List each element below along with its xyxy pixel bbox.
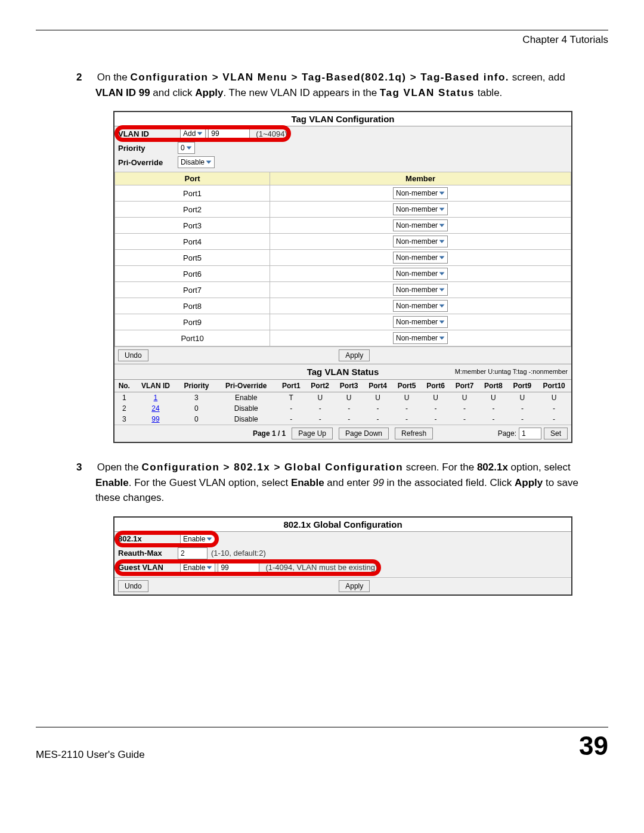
reauth-hint: (1-10, default:2): [211, 549, 266, 558]
undo-button[interactable]: Undo: [118, 580, 148, 592]
member-cell: Non-member: [270, 282, 571, 298]
port-cell: Port9: [115, 314, 270, 330]
member-cell: Non-member: [270, 330, 571, 346]
port-member-table: Port Member Port1Non-memberPort2Non-memb…: [114, 172, 571, 346]
vlan-action-select[interactable]: Add: [180, 128, 206, 140]
guest-vlan-label: Guest VLAN: [118, 563, 178, 572]
page-input[interactable]: 1: [519, 428, 541, 439]
member-header: Member: [270, 172, 571, 185]
step-3: 3 Open the Configuration > 802.1x > Glob…: [95, 460, 584, 506]
page-up-button[interactable]: Page Up: [292, 428, 333, 439]
reauth-max-label: Reauth-Max: [118, 549, 178, 558]
port-cell: Port7: [115, 282, 270, 298]
chevron-down-icon: [438, 270, 446, 278]
page-label: Page:: [498, 429, 516, 438]
chevron-down-icon: [438, 253, 446, 262]
status-header-cell: Pri-Override: [216, 380, 277, 392]
member-select[interactable]: Non-member: [393, 219, 448, 231]
port-cell: Port1: [115, 185, 270, 202]
port-cell: Port6: [115, 266, 270, 282]
guest-vlan-hint: (1-4094, VLAN must be existing): [265, 563, 377, 572]
panel-title: 802.1x Global Configuration: [114, 518, 571, 532]
table-row: Port6Non-member: [115, 266, 571, 282]
vlan-id-link[interactable]: 99: [151, 415, 159, 423]
chevron-down-icon: [438, 318, 446, 326]
vlan-id-label: VLAN ID: [118, 129, 178, 138]
page-footer: MES-2110 User's Guide 39: [36, 727, 608, 761]
member-select[interactable]: Non-member: [393, 236, 448, 247]
apply-button[interactable]: Apply: [339, 580, 370, 592]
status-header-cell: Port4: [363, 380, 392, 392]
status-header-cell: Priority: [177, 380, 215, 392]
priority-select[interactable]: 0: [178, 142, 195, 154]
page-info: Page 1 / 1: [253, 429, 286, 438]
port-cell: Port3: [115, 218, 270, 234]
page-number: 39: [579, 731, 608, 761]
member-cell: Non-member: [270, 266, 571, 282]
member-select[interactable]: Non-member: [393, 332, 448, 344]
vlan-id-input[interactable]: 99: [208, 128, 250, 140]
status-header-cell: No.: [114, 380, 134, 392]
member-select[interactable]: Non-member: [393, 316, 448, 328]
guest-vlan-input[interactable]: 99: [218, 562, 259, 574]
status-header-cell: Port3: [335, 380, 363, 392]
table-row: Port1Non-member: [115, 185, 571, 202]
panel-title: Tag VLAN Configuration: [114, 112, 571, 126]
member-select[interactable]: Non-member: [393, 187, 448, 199]
port-cell: Port2: [115, 202, 270, 218]
table-row: Port7Non-member: [115, 282, 571, 298]
status-legend: M:member U:untag T:tag -:nonmember: [455, 368, 568, 375]
port-cell: Port10: [115, 330, 270, 346]
chevron-down-icon: [438, 334, 446, 342]
vlan-id-link[interactable]: 24: [151, 404, 159, 413]
member-cell: Non-member: [270, 218, 571, 234]
button-bar: Undo Apply: [114, 577, 571, 594]
undo-button[interactable]: Undo: [118, 349, 148, 361]
priority-label: Priority: [118, 144, 178, 153]
table-row: Port5Non-member: [115, 250, 571, 266]
tag-vlan-status-table: No.VLAN IDPriorityPri-OverridePort1Port2…: [114, 380, 571, 425]
status-header-cell: Port7: [450, 380, 479, 392]
chevron-down-icon: [196, 129, 204, 138]
table-row: Port10Non-member: [115, 330, 571, 346]
reauth-max-input[interactable]: 2: [178, 547, 208, 559]
pri-override-select[interactable]: Disable: [178, 156, 215, 168]
apply-button[interactable]: Apply: [339, 349, 370, 361]
chevron-down-icon: [205, 535, 213, 543]
guest-vlan-select[interactable]: Enable: [180, 562, 215, 574]
member-select[interactable]: Non-member: [393, 252, 448, 264]
member-cell: Non-member: [270, 202, 571, 218]
status-header-cell: Port5: [392, 380, 421, 392]
port-header: Port: [115, 172, 270, 185]
pager: Page 1 / 1 Page Up Page Down Refresh Pag…: [114, 425, 571, 442]
vlan-range-hint: (1~4094): [256, 129, 287, 138]
chevron-down-icon: [438, 221, 446, 230]
dot1x-select[interactable]: Enable: [180, 533, 215, 545]
member-select[interactable]: Non-member: [393, 300, 448, 312]
table-row: 113EnableTUUUUUUUUU: [114, 392, 571, 404]
pri-override-label: Pri-Override: [118, 158, 178, 167]
dot1x-global-config-panel: 802.1x Global Configuration 802.1x Enabl…: [113, 516, 572, 596]
member-select[interactable]: Non-member: [393, 203, 448, 215]
step-number: 2: [76, 70, 94, 85]
chevron-down-icon: [185, 144, 193, 152]
vlan-id-link[interactable]: 1: [154, 394, 158, 402]
status-header-cell: Port2: [305, 380, 334, 392]
chevron-down-icon: [205, 158, 213, 166]
set-button[interactable]: Set: [544, 428, 568, 439]
port-cell: Port4: [115, 234, 270, 250]
refresh-button[interactable]: Refresh: [395, 428, 433, 439]
step-2: 2 On the Configuration > VLAN Menu > Tag…: [95, 70, 584, 100]
member-cell: Non-member: [270, 185, 571, 202]
member-select[interactable]: Non-member: [393, 284, 448, 296]
page-down-button[interactable]: Page Down: [339, 428, 389, 439]
member-select[interactable]: Non-member: [393, 268, 448, 280]
status-header-cell: VLAN ID: [134, 380, 178, 392]
status-title: Tag VLAN Status M:member U:untag T:tag -…: [114, 364, 571, 380]
chevron-down-icon: [205, 563, 213, 572]
member-cell: Non-member: [270, 234, 571, 250]
chevron-down-icon: [438, 189, 446, 197]
tag-vlan-config-panel: Tag VLAN Configuration VLAN ID Add 99 (1…: [113, 111, 572, 443]
table-row: Port4Non-member: [115, 234, 571, 250]
dot1x-label: 802.1x: [118, 534, 178, 543]
